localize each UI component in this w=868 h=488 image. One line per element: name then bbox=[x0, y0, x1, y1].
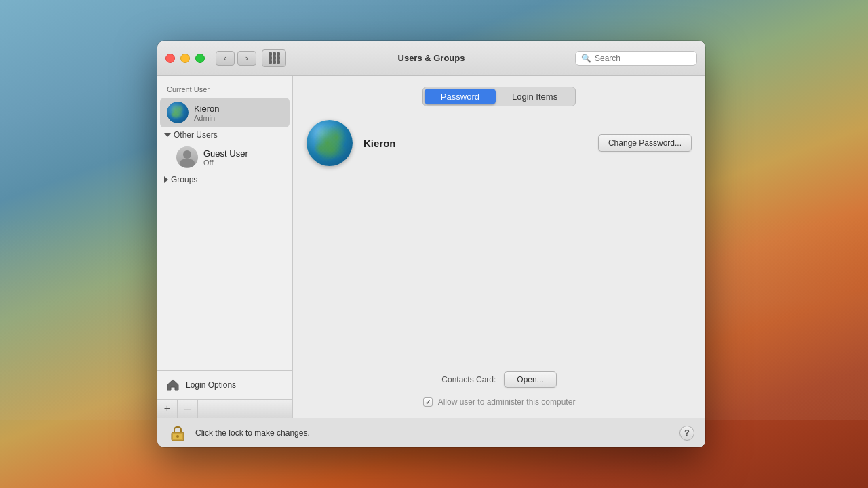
globe-icon bbox=[167, 102, 189, 123]
sidebar-actions: + – bbox=[157, 399, 292, 418]
remove-icon: – bbox=[184, 403, 191, 415]
open-contacts-button[interactable]: Open... bbox=[504, 371, 556, 388]
chevron-down-icon bbox=[164, 133, 171, 137]
kieron-role: Admin bbox=[194, 114, 220, 122]
contacts-row: Contacts Card: Open... bbox=[307, 371, 692, 388]
sidebar-item-kieron[interactable]: Kieron Admin bbox=[160, 98, 290, 127]
content-spacer bbox=[307, 186, 692, 371]
contacts-card-label: Contacts Card: bbox=[441, 375, 496, 384]
window-body: Current User Kieron Admin Other Users bbox=[157, 76, 705, 418]
tab-container: Password Login Items bbox=[422, 87, 576, 106]
checkmark-icon: ✓ bbox=[425, 399, 431, 406]
chevron-right-icon bbox=[164, 176, 168, 183]
main-content: Password Login Items Kieron Change Passw… bbox=[293, 76, 705, 418]
change-password-button[interactable]: Change Password... bbox=[598, 134, 692, 152]
sidebar: Current User Kieron Admin Other Users bbox=[157, 76, 293, 418]
forward-icon: › bbox=[245, 53, 248, 63]
lock-text: Click the lock to make changes. bbox=[195, 428, 310, 438]
house-icon bbox=[165, 378, 180, 392]
sidebar-content: Current User Kieron Admin Other Users bbox=[157, 76, 292, 370]
search-input[interactable] bbox=[595, 54, 691, 63]
guest-info: Guest User Off bbox=[203, 148, 248, 167]
admin-checkbox-label: Allow user to administer this computer bbox=[438, 397, 576, 407]
other-users-label: Other Users bbox=[174, 130, 218, 140]
profile-section: Kieron Change Password... bbox=[307, 120, 692, 166]
current-user-section-label: Current User bbox=[157, 83, 292, 98]
grid-icon bbox=[269, 52, 280, 64]
tab-password[interactable]: Password bbox=[425, 89, 496, 104]
sidebar-item-guest[interactable]: Guest User Off bbox=[160, 142, 290, 172]
search-bar[interactable]: 🔍 bbox=[575, 51, 697, 66]
tab-login-items[interactable]: Login Items bbox=[496, 89, 574, 104]
add-icon: + bbox=[164, 403, 170, 415]
window-title: Users & Groups bbox=[398, 53, 465, 63]
help-icon: ? bbox=[684, 428, 690, 438]
groups-label: Groups bbox=[171, 175, 197, 184]
grid-view-button[interactable] bbox=[262, 49, 286, 67]
nav-buttons: ‹ › bbox=[216, 51, 256, 66]
fullscreen-button[interactable] bbox=[195, 54, 205, 63]
profile-avatar-globe bbox=[307, 120, 353, 166]
profile-name: Kieron bbox=[363, 138, 587, 149]
back-button[interactable]: ‹ bbox=[216, 51, 235, 66]
users-groups-window: ‹ › Users & Groups 🔍 Current User bbox=[157, 41, 705, 447]
admin-checkbox[interactable]: ✓ bbox=[423, 397, 433, 407]
search-icon: 🔍 bbox=[581, 54, 591, 63]
guest-name: Guest User bbox=[203, 148, 248, 159]
more-options-button[interactable] bbox=[198, 400, 292, 418]
remove-user-button[interactable]: – bbox=[178, 400, 198, 418]
svg-point-2 bbox=[176, 435, 179, 438]
window-footer: Click the lock to make changes. ? bbox=[157, 418, 705, 447]
kieron-name: Kieron bbox=[194, 104, 220, 114]
sidebar-footer: Login Options + – bbox=[157, 370, 292, 418]
help-button[interactable]: ? bbox=[679, 426, 694, 441]
kieron-avatar bbox=[167, 102, 189, 123]
other-users-header[interactable]: Other Users bbox=[157, 127, 292, 142]
guest-avatar bbox=[176, 146, 198, 168]
guest-status: Off bbox=[203, 159, 248, 167]
login-options-label: Login Options bbox=[186, 380, 236, 390]
lock-icon[interactable] bbox=[168, 424, 187, 443]
groups-item[interactable]: Groups bbox=[157, 172, 292, 187]
kieron-info: Kieron Admin bbox=[194, 104, 220, 122]
traffic-lights bbox=[165, 54, 205, 63]
tab-bar: Password Login Items bbox=[307, 87, 692, 106]
minimize-button[interactable] bbox=[180, 54, 190, 63]
forward-button[interactable]: › bbox=[237, 51, 256, 66]
login-options-button[interactable]: Login Options bbox=[157, 371, 292, 399]
back-icon: ‹ bbox=[224, 53, 226, 63]
generic-user-icon bbox=[176, 146, 198, 168]
titlebar: ‹ › Users & Groups 🔍 bbox=[157, 41, 705, 76]
close-button[interactable] bbox=[165, 54, 175, 63]
admin-checkbox-row: ✓ Allow user to administer this computer bbox=[307, 397, 692, 407]
add-user-button[interactable]: + bbox=[157, 400, 178, 418]
